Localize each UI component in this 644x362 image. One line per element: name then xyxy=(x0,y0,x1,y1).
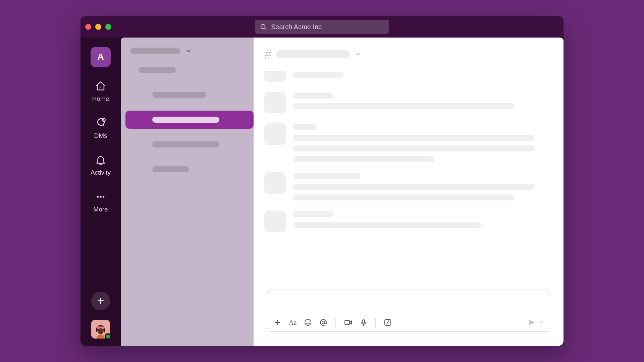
nav-label: More xyxy=(93,206,108,213)
app-body: A Home DMs Activity xyxy=(80,38,564,346)
skeleton-text xyxy=(152,166,189,172)
conversation-pane: # xyxy=(254,38,564,346)
skeleton-line xyxy=(293,135,535,141)
channel-sidebar xyxy=(121,38,254,346)
message-skeleton xyxy=(264,172,553,200)
avatar-skeleton xyxy=(264,123,286,145)
skeleton-line xyxy=(293,173,360,179)
avatar-skeleton xyxy=(264,172,286,194)
nav-activity[interactable]: Activity xyxy=(91,154,111,176)
skeleton-line xyxy=(293,211,333,217)
skeleton-line xyxy=(293,222,481,228)
svg-point-15 xyxy=(307,321,307,322)
avatar-skeleton xyxy=(264,210,286,232)
message-skeleton xyxy=(264,92,553,113)
skeleton-line xyxy=(293,194,515,200)
search-input[interactable] xyxy=(271,23,384,31)
plus-icon: + xyxy=(97,295,104,307)
chat-icon xyxy=(95,117,106,129)
window-minimize-button[interactable] xyxy=(95,24,101,30)
message-input[interactable] xyxy=(273,295,544,310)
toolbar-divider xyxy=(335,318,336,327)
skeleton-line xyxy=(293,72,343,78)
create-new-button[interactable]: + xyxy=(91,292,110,310)
skeleton-line xyxy=(293,145,535,152)
window-close-button[interactable] xyxy=(85,24,91,30)
avatar-skeleton xyxy=(264,71,286,82)
channel-list xyxy=(125,61,249,178)
more-icon xyxy=(95,191,106,202)
channel-header[interactable]: # xyxy=(254,38,564,71)
skeleton-line xyxy=(293,184,535,190)
svg-point-4 xyxy=(97,196,99,198)
user-menu[interactable] xyxy=(91,320,110,339)
skeleton-text xyxy=(139,67,176,73)
skeleton-text xyxy=(152,141,219,147)
nav-dms[interactable]: DMs xyxy=(94,117,107,139)
nav-home[interactable]: Home xyxy=(92,80,109,103)
message-list xyxy=(254,71,564,284)
window-maximize-button[interactable] xyxy=(105,24,111,30)
chevron-down-icon xyxy=(355,51,361,57)
hash-icon: # xyxy=(264,47,272,62)
chevron-down-icon xyxy=(185,48,192,54)
sidebar-item[interactable] xyxy=(125,86,254,104)
presence-indicator xyxy=(105,333,111,340)
titlebar xyxy=(80,16,564,38)
nav-label: Home xyxy=(92,95,109,103)
skeleton-text xyxy=(152,92,206,98)
svg-point-16 xyxy=(309,321,309,322)
search-icon xyxy=(260,23,267,31)
svg-rect-18 xyxy=(345,320,350,324)
skeleton-line xyxy=(293,124,317,130)
message-skeleton xyxy=(264,123,553,162)
message-skeleton xyxy=(264,71,553,82)
home-icon xyxy=(95,80,106,92)
svg-line-1 xyxy=(265,28,266,29)
message-composer: Aa xyxy=(267,290,550,332)
skeleton-line xyxy=(293,93,333,99)
channel-name-skeleton xyxy=(276,50,350,58)
skeleton-line xyxy=(293,156,434,162)
format-button[interactable]: Aa xyxy=(289,319,297,326)
svg-point-5 xyxy=(100,196,102,198)
svg-point-14 xyxy=(305,319,311,325)
send-button[interactable] xyxy=(528,318,536,326)
audio-button[interactable] xyxy=(360,318,367,326)
svg-point-2 xyxy=(100,86,101,87)
message-skeleton xyxy=(264,210,553,232)
avatar-skeleton xyxy=(264,92,286,113)
global-search[interactable] xyxy=(255,20,389,34)
slash-command-button[interactable] xyxy=(384,318,392,326)
skeleton-line xyxy=(293,103,515,109)
emoji-button[interactable] xyxy=(304,318,312,326)
composer-toolbar: Aa xyxy=(267,315,550,331)
svg-point-11 xyxy=(101,330,102,331)
send-options-button[interactable] xyxy=(539,320,544,325)
video-button[interactable] xyxy=(344,318,353,326)
svg-point-17 xyxy=(322,321,325,324)
workspace-name-skeleton xyxy=(130,48,180,54)
workspace-switcher[interactable]: A xyxy=(91,47,111,67)
nav-label: DMs xyxy=(94,132,107,139)
workspace-header[interactable] xyxy=(125,46,249,61)
attach-button[interactable] xyxy=(273,318,281,326)
toolbar-divider xyxy=(375,318,376,327)
svg-point-9 xyxy=(98,328,104,334)
nav-more[interactable]: More xyxy=(93,191,108,213)
sidebar-item-active[interactable] xyxy=(125,111,254,129)
bell-icon xyxy=(95,154,106,166)
svg-point-6 xyxy=(103,196,105,198)
app-window: A Home DMs Activity xyxy=(80,16,564,346)
svg-point-10 xyxy=(99,330,100,331)
svg-rect-20 xyxy=(363,320,365,323)
nav-rail: A Home DMs Activity xyxy=(80,38,121,346)
nav-label: Activity xyxy=(91,169,111,176)
sidebar-item[interactable] xyxy=(125,160,254,178)
skeleton-text xyxy=(152,117,219,123)
svg-line-23 xyxy=(387,321,389,324)
window-controls xyxy=(85,24,111,30)
mention-button[interactable] xyxy=(319,318,327,326)
sidebar-item[interactable] xyxy=(125,135,254,154)
sidebar-section-header[interactable] xyxy=(125,61,254,79)
